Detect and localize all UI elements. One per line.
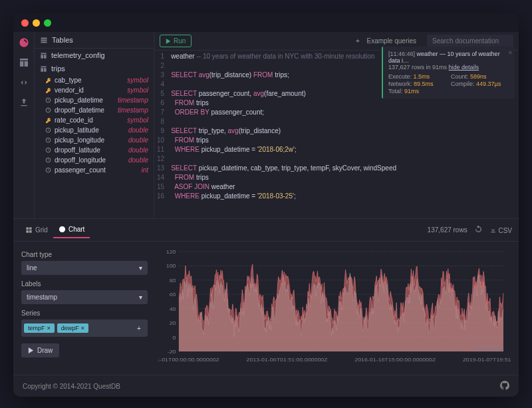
refresh-icon[interactable] [474, 225, 483, 235]
run-button[interactable]: Run [160, 35, 192, 47]
chart-type-select[interactable]: line▾ [21, 261, 148, 275]
column-item[interactable]: rate_code_idsymbol [41, 115, 154, 125]
svg-text:120: 120 [166, 248, 176, 254]
row-count: 137,627 rows [428, 226, 467, 234]
draw-button[interactable]: Draw [21, 343, 59, 357]
table-icon[interactable] [19, 57, 29, 69]
column-item[interactable]: dropoff_longitudedouble [41, 155, 154, 165]
table-item[interactable]: trips [35, 62, 154, 75]
column-item[interactable]: cab_typesymbol [41, 75, 154, 85]
sidebar: Tables telemetry_configtrips cab_typesym… [35, 32, 154, 218]
notification-panel: × [11:46:46] weather — 10 years of weath… [382, 47, 515, 99]
min-dot[interactable] [33, 19, 40, 27]
tab-grid[interactable]: Grid [20, 222, 53, 238]
svg-text:0: 0 [173, 334, 176, 340]
tab-chart[interactable]: Chart [53, 222, 90, 238]
max-dot[interactable] [44, 19, 51, 27]
svg-text:2019-01-07T19:51:00.000000Z: 2019-01-07T19:51:00.000000Z [463, 356, 511, 362]
chart-canvas: -200204060801001202010-01-01T00:00:00.00… [158, 248, 511, 368]
close-icon[interactable]: × [509, 49, 512, 56]
column-item[interactable]: vendor_idsymbol [41, 85, 154, 95]
column-item[interactable]: pickup_datetimetimestamp [41, 95, 154, 105]
svg-text:100: 100 [166, 263, 176, 269]
plus-icon: + [356, 37, 360, 45]
svg-text:timestamp: timestamp [476, 345, 503, 351]
chevron-down-icon: ▾ [139, 294, 142, 301]
upload-icon[interactable] [19, 97, 29, 109]
logo-icon[interactable] [19, 37, 29, 49]
line-gutter: 12345678910111213141516 [154, 51, 168, 218]
remove-icon[interactable]: × [81, 325, 84, 331]
svg-text:2016-01-16T15:00:00.000000Z: 2016-01-16T15:00:00.000000Z [354, 356, 436, 362]
column-item[interactable]: passenger_countint [41, 165, 154, 175]
labels-select[interactable]: timestamp▾ [21, 290, 148, 304]
series-label: Series [21, 309, 148, 317]
tables-header: Tables [35, 32, 154, 49]
svg-text:-20: -20 [168, 348, 176, 354]
chevron-down-icon: ▾ [139, 264, 142, 272]
close-dot[interactable] [21, 19, 29, 27]
series-chip[interactable]: tempF × [24, 323, 55, 333]
column-item[interactable]: dropoff_latitudedouble [41, 145, 154, 155]
chart-type-label: Chart type [21, 251, 148, 258]
example-queries-button[interactable]: + Example queries [350, 35, 422, 47]
hide-details-link[interactable]: hide details [449, 64, 479, 71]
chart-controls: Chart type line▾ Labels timestamp▾ Serie… [21, 248, 148, 368]
svg-text:2010-01-01T00:00:00.000000Z: 2010-01-01T00:00:00.000000Z [158, 356, 219, 362]
svg-text:60: 60 [170, 292, 176, 298]
chart-icon [59, 226, 66, 233]
csv-button[interactable]: CSV [489, 226, 512, 234]
column-item[interactable]: pickup_latitudedouble [41, 125, 154, 135]
table-item[interactable]: telemetry_config [35, 49, 154, 62]
remove-icon[interactable]: × [47, 325, 51, 331]
svg-text:20: 20 [170, 320, 176, 326]
copyright: Copyright © 2014-2021 QuestDB [23, 383, 120, 390]
search-input[interactable] [427, 35, 513, 47]
left-rail [13, 32, 35, 218]
github-icon[interactable] [500, 381, 509, 391]
grid-icon [25, 226, 33, 234]
column-item[interactable]: dropoff_datetimetimestamp [41, 105, 154, 115]
labels-label: Labels [21, 280, 148, 288]
series-select[interactable]: tempF ×dewpF × + [21, 319, 148, 337]
add-series-button[interactable]: + [133, 322, 145, 334]
svg-text:80: 80 [170, 277, 176, 283]
column-item[interactable]: pickup_longitudedouble [41, 135, 154, 145]
svg-text:2013-01-06T01:51:00.000000Z: 2013-01-06T01:51:00.000000Z [247, 356, 328, 362]
result-tabs: Grid Chart 137,627 rows CSV [13, 218, 519, 242]
code-icon[interactable] [19, 77, 29, 89]
series-chip[interactable]: dewpF × [57, 323, 88, 333]
svg-text:40: 40 [170, 306, 176, 311]
titlebar [13, 13, 519, 32]
